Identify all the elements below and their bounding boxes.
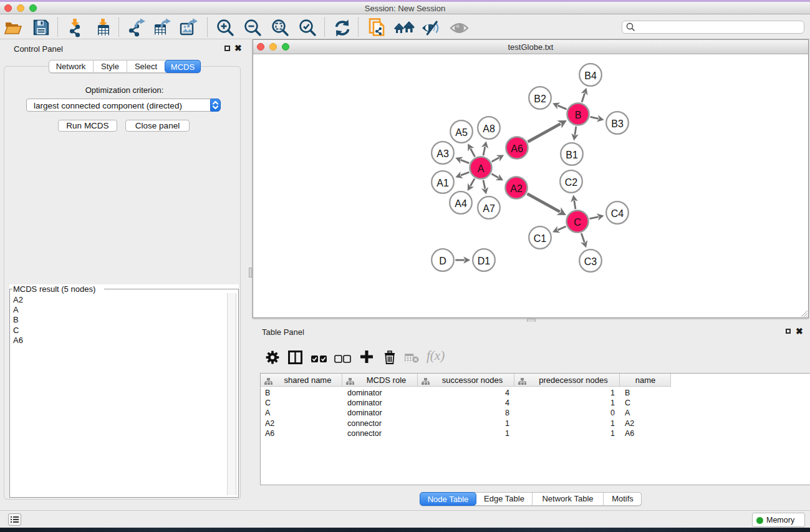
svg-text:C1: C1 xyxy=(534,233,547,244)
svg-text:A8: A8 xyxy=(483,123,495,134)
svg-text:B2: B2 xyxy=(534,94,546,104)
svg-text:A6: A6 xyxy=(511,143,523,154)
svg-text:A5: A5 xyxy=(455,127,468,138)
svg-text:B: B xyxy=(575,110,582,120)
svg-text:A1: A1 xyxy=(436,178,449,188)
svg-text:C: C xyxy=(574,217,581,228)
svg-text:D: D xyxy=(439,256,446,266)
svg-text:A7: A7 xyxy=(483,203,495,214)
svg-text:C3: C3 xyxy=(584,256,597,267)
svg-text:A: A xyxy=(478,163,485,174)
svg-text:C4: C4 xyxy=(611,208,624,219)
svg-text:D1: D1 xyxy=(478,256,491,266)
svg-text:C2: C2 xyxy=(565,177,578,188)
svg-text:B3: B3 xyxy=(611,118,624,129)
svg-text:A3: A3 xyxy=(436,148,449,159)
svg-text:B4: B4 xyxy=(584,70,597,81)
svg-text:A2: A2 xyxy=(510,183,523,194)
svg-text:A4: A4 xyxy=(455,198,467,209)
svg-text:B1: B1 xyxy=(566,150,578,160)
